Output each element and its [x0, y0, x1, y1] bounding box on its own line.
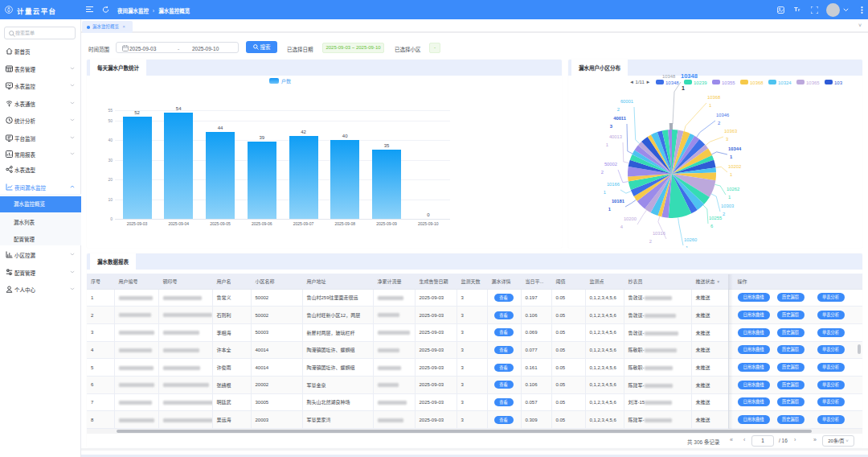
- svg-text:2: 2: [723, 212, 725, 216]
- svg-text:10166: 10166: [607, 182, 620, 187]
- svg-text:10303: 10303: [721, 204, 734, 208]
- svg-text:1: 1: [728, 195, 731, 200]
- svg-text:60001: 60001: [620, 99, 633, 104]
- svg-text:2: 2: [649, 239, 652, 244]
- svg-text:2: 2: [601, 170, 604, 175]
- svg-text:40013: 40013: [609, 134, 622, 139]
- svg-text:1: 1: [608, 207, 612, 212]
- svg-text:40011: 40011: [613, 116, 627, 121]
- svg-text:1: 1: [604, 190, 606, 195]
- svg-text:10348: 10348: [662, 74, 675, 79]
- svg-text:6: 6: [710, 224, 713, 228]
- svg-text:1: 1: [606, 142, 608, 147]
- svg-text:4: 4: [620, 224, 624, 229]
- svg-text:10262: 10262: [727, 187, 739, 191]
- svg-text:3: 3: [610, 124, 613, 129]
- svg-text:10348: 10348: [681, 72, 698, 80]
- svg-text:10202: 10202: [728, 164, 741, 169]
- svg-text:3: 3: [726, 137, 728, 142]
- svg-text:2: 2: [718, 121, 720, 126]
- svg-text:10255: 10255: [709, 216, 722, 220]
- svg-text:1: 1: [709, 103, 711, 108]
- svg-text:1: 1: [730, 172, 732, 177]
- svg-text:1: 1: [686, 245, 688, 248]
- svg-text:10368: 10368: [707, 95, 720, 100]
- svg-text:10346: 10346: [716, 113, 729, 117]
- svg-text:1: 1: [730, 154, 733, 159]
- svg-text:10200: 10200: [624, 216, 637, 221]
- svg-text:10260: 10260: [684, 237, 697, 242]
- svg-text:10316: 10316: [653, 231, 665, 236]
- svg-text:10344: 10344: [728, 146, 742, 151]
- svg-text:1: 1: [682, 85, 685, 91]
- svg-text:10363: 10363: [724, 129, 737, 134]
- svg-text:2: 2: [617, 107, 620, 112]
- svg-text:50002: 50002: [604, 162, 617, 167]
- svg-text:10181: 10181: [612, 199, 625, 204]
